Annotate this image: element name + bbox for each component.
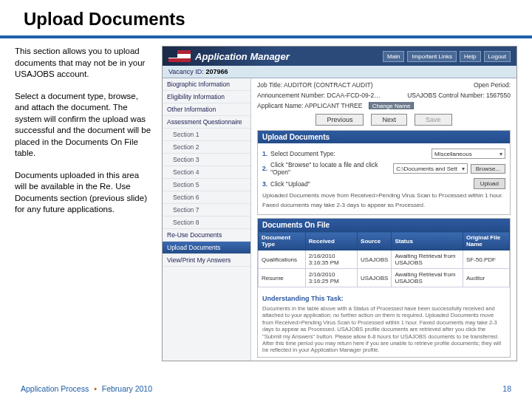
upload-panel-heading: Upload Documents <box>258 131 510 143</box>
sidebar-biographic[interactable]: Biographic Information <box>163 78 250 91</box>
col-doc-type: Document Type <box>259 232 306 250</box>
top-nav: Main Important Links Help Logout <box>383 51 511 62</box>
cell-source: USAJOBS <box>358 250 392 269</box>
col-filename: Original File Name <box>463 232 509 250</box>
footer-separator-icon: • <box>91 384 100 393</box>
cell-doc-type: Qualifications <box>259 250 306 269</box>
appl-value: APPLICANT THREE <box>304 102 362 109</box>
sidebar-section-1[interactable]: Section 1 <box>163 129 250 141</box>
control-number: USAJOBS Control Number: 1567550 <box>387 92 511 99</box>
step-2-label: Click "Browse" to locate a file and clic… <box>270 161 387 176</box>
para-3: Documents uploaded in this area will be … <box>15 170 151 216</box>
col-received: Received <box>305 232 357 250</box>
sidebar-section-5[interactable]: Section 5 <box>163 179 250 191</box>
sidebar-view-print[interactable]: View/Print My Answers <box>163 254 250 267</box>
vacancy-label: Vacancy ID: <box>168 68 204 75</box>
para-1: This section allows you to upload docume… <box>15 46 151 81</box>
upload-documents-panel: Upload Documents 1. Select Document Type… <box>257 130 511 215</box>
open-period: Open Period: <box>387 81 511 89</box>
nav-important-links[interactable]: Important Links <box>407 51 457 62</box>
job-title: Job Title: AUDITOR (CONTRACT AUDIT) <box>257 81 381 89</box>
slide-footer: Application Process • February 2010 18 <box>0 384 532 393</box>
vacancy-bar: Vacancy ID: 207966 <box>163 66 516 78</box>
upload-note-2: Faxed documents may take 2-3 days to app… <box>262 202 505 208</box>
cell-doc-type: Resume <box>259 269 306 287</box>
upload-note-1: Uploaded Documents move from Received>Pe… <box>262 192 505 199</box>
document-type-select[interactable]: Miscellaneous <box>432 149 505 159</box>
footer-date: February 2010 <box>102 384 152 393</box>
step-3-label: Click "Upload" <box>270 180 310 188</box>
main-pane: Job Title: AUDITOR (CONTRACT AUDIT) Open… <box>251 78 516 361</box>
col-status: Status <box>392 232 463 250</box>
sidebar-section-7[interactable]: Section 7 <box>163 204 250 216</box>
understanding-heading: Understanding This Task: <box>262 295 505 302</box>
browse-button[interactable]: Browse... <box>471 164 505 174</box>
slide-title: Upload Documents <box>0 0 532 35</box>
para-2: Select a document type, browse, and atta… <box>15 91 151 160</box>
ann-value: DCAA-FCD-09-207966 <box>327 92 381 99</box>
sidebar-upload-documents[interactable]: Upload Documents <box>163 242 250 254</box>
ctrl-label: USAJOBS Control Number: <box>407 92 484 99</box>
title-underline <box>0 35 532 38</box>
step-1-num: 1. <box>262 150 267 157</box>
page-number: 18 <box>502 384 511 393</box>
step-3: 3. Click "Upload" Upload <box>262 178 505 189</box>
footer-left: Application Process • February 2010 <box>21 384 152 393</box>
cell-filename: SF-50.PDF <box>463 250 509 269</box>
footer-process: Application Process <box>21 384 89 393</box>
sidebar-section-2[interactable]: Section 2 <box>163 141 250 154</box>
job-title-label: Job Title: <box>257 81 282 89</box>
sidebar-eligibility[interactable]: Eligibility Information <box>163 91 250 103</box>
sidebar-section-6[interactable]: Section 6 <box>163 191 250 204</box>
ann-label: Announcement Number: <box>257 92 325 99</box>
step-2-num: 2. <box>262 165 267 172</box>
sidebar-other[interactable]: Other Information <box>163 103 250 116</box>
documents-table: Document Type Received Source Status Ori… <box>258 231 510 287</box>
cell-source: USAJOBS <box>358 269 392 287</box>
applicant-name: Applicant Name: APPLICANT THREE Change N… <box>257 102 511 109</box>
step-3-num: 3. <box>262 180 267 188</box>
app-title: Application Manager <box>195 51 290 62</box>
documents-on-file-panel: Documents On File Document Type Received… <box>257 218 511 358</box>
application-manager-screenshot: Application Manager Main Important Links… <box>162 46 517 361</box>
sidebar-section-4[interactable]: Section 4 <box>163 166 250 179</box>
previous-button[interactable]: Previous <box>316 114 364 126</box>
nav-main[interactable]: Main <box>383 51 404 62</box>
next-button[interactable]: Next <box>371 114 407 126</box>
cell-status: Awaiting Retrieval from USAJOBS <box>392 269 463 287</box>
sidebar-reuse-documents[interactable]: Re-Use Documents <box>163 229 250 242</box>
save-button[interactable]: Save <box>415 114 452 126</box>
cell-received: 2/16/2010 3:16:25 PM <box>305 269 357 287</box>
sidebar-assessment[interactable]: Assessment Questionnaire <box>163 116 250 129</box>
upload-button[interactable]: Upload <box>474 178 505 189</box>
ctrl-value: 1567550 <box>486 92 511 99</box>
vacancy-id: 207966 <box>205 68 228 75</box>
slide-body-text: This section allows you to upload docume… <box>15 46 151 361</box>
nav-help[interactable]: Help <box>460 51 480 62</box>
app-banner: Application Manager Main Important Links… <box>163 47 516 66</box>
understanding-body: Documents in the table above with a Stat… <box>262 305 505 354</box>
file-path-input[interactable]: C:\Documents and Sett <box>393 163 467 174</box>
docs-panel-heading: Documents On File <box>258 219 510 231</box>
appl-label: Applicant Name: <box>257 102 303 109</box>
sidebar-section-8[interactable]: Section 8 <box>163 216 250 229</box>
table-row: Qualifications 2/16/2010 3:16:35 PM USAJ… <box>259 250 510 269</box>
step-1: 1. Select Document Type: Miscellaneous <box>262 149 505 159</box>
sidebar: Biographic Information Eligibility Infor… <box>163 78 251 361</box>
wizard-nav: Previous Next Save <box>257 114 511 126</box>
cell-filename: Auditor <box>463 269 509 287</box>
col-source: Source <box>358 232 392 250</box>
sidebar-section-3[interactable]: Section 3 <box>163 154 250 166</box>
step-2: 2. Click "Browse" to locate a file and c… <box>262 161 505 176</box>
job-title-value: AUDITOR (CONTRACT AUDIT) <box>284 81 373 89</box>
table-row: Resume 2/16/2010 3:16:25 PM USAJOBS Awai… <box>259 269 510 287</box>
cell-received: 2/16/2010 3:16:35 PM <box>305 250 357 269</box>
cell-status: Awaiting Retrieval from USAJOBS <box>392 250 463 269</box>
announcement-number: Announcement Number: DCAA-FCD-09-207966 <box>257 92 381 99</box>
us-flag-icon <box>168 50 191 62</box>
nav-logout[interactable]: Logout <box>484 51 511 62</box>
step-1-label: Select Document Type: <box>270 150 335 157</box>
change-name-button[interactable]: Change Name <box>369 102 415 109</box>
